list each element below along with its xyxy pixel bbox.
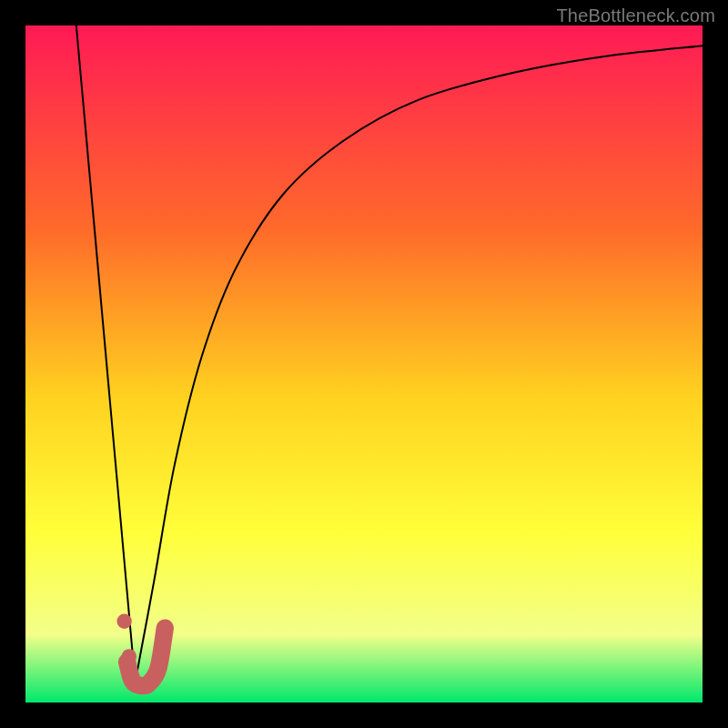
plot-area (25, 25, 703, 703)
chart-frame: TheBottleneck.com (0, 0, 728, 728)
marker-point-b (122, 649, 136, 663)
chart-canvas (25, 25, 703, 703)
watermark-text: TheBottleneck.com (556, 5, 715, 26)
marker-point-a (116, 614, 131, 629)
